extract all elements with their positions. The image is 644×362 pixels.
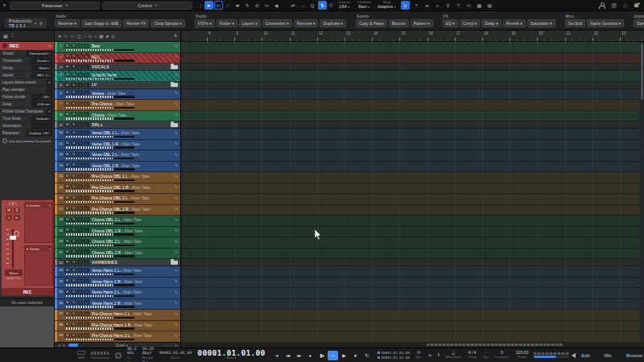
macro-button-reverb[interactable]: Reverb ▾ <box>503 19 526 27</box>
track-monitor-button[interactable]: ▸ <box>84 333 89 338</box>
track-row-beat[interactable]: 1MS●▸Beat∿ <box>55 42 180 53</box>
macro-button-reverse[interactable]: Reverse ▾ <box>55 19 80 27</box>
macro-preset-dropdown[interactable]: Productivity TB 1.5.1 ▾ ⚙ <box>5 19 47 27</box>
arrange-lane-dbls[interactable] <box>181 121 644 129</box>
track-solo-button[interactable]: S <box>71 290 76 294</box>
track-record-button[interactable]: ● <box>77 112 83 117</box>
inspector-value[interactable]: Display: Off▾ <box>27 130 52 136</box>
quantize-selector[interactable]: Quantize1/64 ▾ <box>335 1 353 10</box>
notifications-icon[interactable] <box>634 2 639 9</box>
punch-toggle[interactable]: ‖ <box>437 353 439 357</box>
track-size-icon[interactable]: ▭ <box>70 34 74 39</box>
track-take-label[interactable]: › Main Take <box>120 239 142 244</box>
track-row-pre-chorus[interactable]: 7MS●▸Pre-Chorus › Main Take∿ <box>55 100 180 111</box>
record-max-display[interactable]: 50:20 daysRecord Max <box>142 347 153 362</box>
track-record-button[interactable]: ● <box>77 83 83 88</box>
auto-fit-icon[interactable]: ⇕ <box>444 1 452 10</box>
track-take-label[interactable]: › Main Take <box>105 113 126 117</box>
track-monitor-button[interactable]: ▸ <box>84 72 89 77</box>
key-display[interactable]: -Key <box>483 351 489 360</box>
track-row-pre-chorus-harm-1-r[interactable]: 28MS●▸Pre-Chorus Harm 1 R › Main Take∿ <box>55 321 180 332</box>
volume-slider[interactable] <box>534 356 569 358</box>
track-monitor-button[interactable]: ▸ <box>84 174 89 179</box>
macro-button-conversion[interactable]: Conversion ▾ <box>262 19 292 27</box>
track-mute-button[interactable]: M <box>64 290 70 294</box>
track-mute-button[interactable]: M <box>64 322 70 327</box>
track-row-harmonies[interactable]: 22MS●▸HARMONIES <box>55 259 180 266</box>
track-monitor-button[interactable]: ▸ <box>84 152 89 157</box>
timeline-ruler[interactable]: 891011121314151617181920212223 <box>181 31 644 42</box>
track-take-label[interactable]: › Main Take <box>118 163 140 168</box>
user-account-icon[interactable] <box>598 2 605 9</box>
track-row-lv[interactable]: 5MS●▸LV <box>55 82 180 89</box>
parameter-dropdown[interactable]: Parameter ▾ <box>10 2 100 10</box>
track-solo-button[interactable]: S <box>71 54 76 59</box>
arrange-lane-verse-dbl-1-l[interactable] <box>181 129 644 140</box>
macro-button-layers[interactable]: Layers ▾ <box>239 19 261 27</box>
track-mute-button[interactable]: M <box>64 152 70 157</box>
track-row-verse-dbl-1-r[interactable]: 11MS●▸Verse DBL 1 R › Main Take∿ <box>55 140 180 151</box>
panel-button-mix[interactable]: Mix <box>605 353 612 358</box>
track-solo-button[interactable]: S <box>71 72 76 77</box>
track-solo-button[interactable]: S <box>71 101 76 106</box>
track-mute-button[interactable]: M <box>64 90 70 95</box>
rewind-button[interactable]: ◂◂ <box>283 351 293 360</box>
track-solo-button[interactable]: S <box>71 141 76 146</box>
arrange-lane-pre-chorus-dbl-2-r[interactable] <box>181 205 644 216</box>
inspector-value[interactable]: 0.00 ms <box>31 101 52 107</box>
track-row-verse-dbl-2-r[interactable]: 13MS●▸Verse DBL 2 R › Main Take∿ <box>55 162 180 173</box>
track-solo-button[interactable]: S <box>71 249 76 254</box>
track-arrow-tool-icon[interactable]: ➤ <box>58 34 62 39</box>
arrange-lane-pre-chorus-harm-1-l[interactable] <box>181 310 644 321</box>
inspector-value[interactable]: None▾ <box>31 65 52 71</box>
track-mute-button[interactable]: M <box>64 101 70 106</box>
track-solo-button[interactable]: S <box>71 174 76 179</box>
snap-toggle-icon[interactable]: ∪ <box>401 1 410 10</box>
track-record-button[interactable]: ● <box>77 300 83 305</box>
macro-button-render-fx[interactable]: Render FX <box>123 19 149 27</box>
track-monitor-button[interactable]: ▸ <box>84 141 89 146</box>
arrange-lane-verse-harm-2-l[interactable] <box>181 288 644 299</box>
macro-button-duplicate[interactable]: Duplicate ▾ <box>320 19 346 27</box>
follow-playback-icon[interactable]: ➔ <box>423 1 431 10</box>
track-record-button[interactable]: ● <box>77 260 83 265</box>
track-mute-button[interactable]: M <box>64 130 70 135</box>
track-monitor-button[interactable]: ▸ <box>84 260 89 265</box>
panel-button-browse[interactable]: Browse <box>626 353 642 358</box>
channel-mute-button[interactable]: M <box>6 208 12 213</box>
track-solo-button[interactable]: S <box>71 278 76 283</box>
track-mute-button[interactable]: M <box>64 217 70 222</box>
track-mute-button[interactable]: M <box>64 72 70 77</box>
next-marker-button[interactable]: ▸ <box>305 351 316 360</box>
track-take-label[interactable]: › Main Take <box>121 250 142 255</box>
mute-tool-icon[interactable]: ⊘ <box>253 1 262 10</box>
track-row-chorus[interactable]: 8MS●▸Chorus › Main Take∿ <box>55 111 180 122</box>
track-solo-button[interactable]: S <box>71 311 76 316</box>
track-record-button[interactable]: ● <box>77 322 83 327</box>
track-mute-button[interactable]: M <box>64 195 70 200</box>
track-mute-button[interactable]: M <box>64 184 70 189</box>
grid-view-icon[interactable]: ▦ <box>475 1 484 10</box>
video-icon[interactable]: ▭ <box>464 1 473 10</box>
track-packs-icon[interactable]: ◫ <box>76 34 80 39</box>
track-record-button[interactable]: ● <box>77 130 83 135</box>
track-monitor-button[interactable]: ▸ <box>84 228 89 232</box>
autoscroll-icon[interactable]: ⇄ <box>289 1 298 10</box>
track-mute-button[interactable]: M <box>64 228 70 232</box>
cloud-icon[interactable]: @ <box>611 2 617 8</box>
macro-button-comp[interactable]: Comp ▾ <box>460 19 480 27</box>
track-record-button[interactable]: ● <box>77 152 83 157</box>
panel-button-edit[interactable]: Edit <box>581 353 589 358</box>
track-take-label[interactable]: › Main Take <box>118 130 139 135</box>
arrange-lane-vocals[interactable] <box>181 64 644 71</box>
track-row-chorus-dbl-1-l[interactable]: 18MS●▸Chorus DBL 1 L › Main Take∿ <box>55 216 180 227</box>
track-record-button[interactable]: ● <box>77 278 83 283</box>
return-to-start-button[interactable]: ▮◂ <box>316 351 327 360</box>
track-monitor-button[interactable]: ▸ <box>84 130 89 135</box>
macro-button-saturation[interactable]: Saturation ▾ <box>527 19 555 27</box>
track-record-button[interactable]: ● <box>77 43 83 48</box>
crosshair-icon[interactable]: + <box>433 1 442 10</box>
track-record-button[interactable]: ● <box>77 64 83 69</box>
track-row-vocals[interactable]: 3MS●▸VOCALS <box>55 64 180 71</box>
arrange-lane-pre-chorus-harm-2-l[interactable] <box>181 331 644 343</box>
